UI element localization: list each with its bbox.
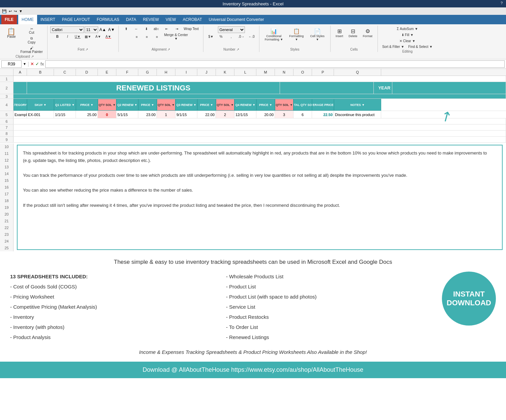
format-as-table-button[interactable]: 📋 Formatting ▼	[286, 26, 307, 43]
cell-4m-price4[interactable]: PRICE ▼	[256, 99, 275, 111]
currency-button[interactable]: $▼	[206, 34, 216, 39]
col-header-d[interactable]: D	[76, 69, 98, 76]
cell-5p[interactable]: 22.50	[312, 111, 334, 118]
bold-button[interactable]: B	[53, 34, 62, 39]
cancel-formula-icon[interactable]: ✕	[30, 61, 34, 66]
col-header-j[interactable]: J	[197, 69, 216, 76]
cell-4p-avgprice[interactable]: AVERAGE PRICE ▼	[312, 99, 334, 111]
paste-button[interactable]: 📋 Paste	[5, 26, 18, 40]
cell-4a-category[interactable]: CATEGORY ▼	[13, 99, 27, 111]
formulas-menu[interactable]: FORMULAS	[93, 15, 123, 24]
data-menu[interactable]: DATA	[122, 15, 139, 24]
col-header-q[interactable]: Q	[334, 69, 381, 76]
format-cells-button[interactable]: ⚙ Format	[360, 26, 375, 39]
col-header-c[interactable]: C	[54, 69, 76, 76]
align-middle-button[interactable]: ↔	[132, 26, 141, 31]
increase-font-icon[interactable]: A▲	[99, 27, 107, 33]
decrease-decimal-button[interactable]: ←.0	[247, 34, 256, 39]
cell-5i[interactable]: 9/1/15	[175, 111, 197, 118]
col-header-o[interactable]: O	[293, 69, 312, 76]
cell-5e[interactable]: 0	[98, 111, 116, 118]
insert-function-icon[interactable]: fx	[40, 61, 44, 66]
undo-icon[interactable]: ↩	[9, 9, 12, 13]
underline-button[interactable]: U▼	[73, 34, 82, 39]
cell-5k[interactable]: 2	[216, 111, 234, 118]
align-center-button[interactable]: ≡	[142, 34, 152, 39]
align-top-button[interactable]: ⬆	[121, 26, 131, 31]
delete-cells-button[interactable]: ⊟ Delete	[346, 26, 360, 39]
cell-4l-q4renew[interactable]: Q4 RENEW ▼	[234, 99, 256, 111]
acrobat-menu[interactable]: ACROBAT	[179, 15, 205, 24]
increase-decimal-button[interactable]: .0→	[236, 34, 246, 39]
cell-styles-button[interactable]: 📄 Cell Styles ▼	[307, 26, 328, 43]
cell-4n-qtysol4[interactable]: QTY SOL ▼	[275, 99, 293, 111]
cell-5f[interactable]: 5/1/15	[116, 111, 138, 118]
percent-button[interactable]: %	[216, 34, 226, 39]
home-menu[interactable]: HOME	[18, 15, 37, 24]
font-family-select[interactable]: Calibri	[50, 26, 84, 33]
cell-5m[interactable]: 20.00	[256, 111, 275, 118]
cell-5g[interactable]: 23.00	[138, 111, 157, 118]
cell-5n[interactable]: 3	[275, 111, 293, 118]
italic-button[interactable]: I	[63, 34, 72, 39]
insert-menu[interactable]: INSERT	[37, 15, 59, 24]
cell-5q[interactable]: Discontinue this product	[334, 111, 381, 118]
font-color-button[interactable]: A▼	[104, 34, 113, 39]
decrease-font-icon[interactable]: A▼	[108, 27, 116, 33]
comma-button[interactable]: ,	[226, 34, 236, 39]
col-header-a[interactable]: A	[13, 69, 27, 76]
cell-5h[interactable]: 1	[157, 111, 175, 118]
font-size-select[interactable]: 11	[85, 26, 98, 33]
cell-5o[interactable]: 6	[293, 111, 312, 118]
border-button[interactable]: ▦▼	[83, 34, 93, 39]
align-left-button[interactable]: ≡	[132, 34, 142, 39]
format-painter-button[interactable]: 🖌 Format Painter	[19, 46, 45, 54]
align-bottom-button[interactable]: ⬇	[142, 26, 151, 31]
col-header-e[interactable]: E	[98, 69, 116, 76]
cell-4c-q1listed[interactable]: Q1 LISTED ▼	[54, 99, 76, 111]
expand-icon[interactable]: ▼	[23, 62, 26, 66]
col-header-g[interactable]: G	[138, 69, 157, 76]
col-header-f[interactable]: F	[116, 69, 138, 76]
cell-4d-price[interactable]: PRICE ▼	[76, 99, 98, 111]
cell-5c[interactable]: 1/1/15	[54, 111, 76, 118]
universal-converter-menu[interactable]: Universal Document Converter	[205, 15, 268, 24]
wrap-text-button[interactable]: Wrap Text	[182, 26, 201, 31]
formula-input[interactable]	[45, 60, 505, 68]
number-format-select[interactable]: General	[218, 26, 245, 33]
sort-filter-button[interactable]: Sort & Filter ▼	[381, 44, 406, 49]
page-layout-menu[interactable]: PAGE LAYOUT	[59, 15, 93, 24]
cell-5d[interactable]: 25.00	[76, 111, 98, 118]
cell-4b-sku[interactable]: SKU# ▼	[27, 99, 54, 111]
confirm-formula-icon[interactable]: ✓	[35, 61, 39, 66]
indent-increase-button[interactable]: ⇥	[172, 26, 181, 31]
cell-4f-q2renew[interactable]: Q2 RENEW ▼	[116, 99, 138, 111]
cell-4j-price3[interactable]: PRICE ▼	[197, 99, 216, 111]
col-header-k[interactable]: K	[216, 69, 234, 76]
save-icon[interactable]: 💾	[2, 9, 7, 13]
find-select-button[interactable]: Find & Select ▼	[406, 44, 434, 49]
year-value-cell[interactable]	[392, 82, 413, 94]
col-header-m[interactable]: M	[256, 69, 275, 76]
fill-color-button[interactable]: A▼	[93, 34, 103, 39]
cell-5a[interactable]: Example 1	[13, 111, 27, 118]
col-header-l[interactable]: L	[234, 69, 256, 76]
cell-5b[interactable]: EX-001	[27, 111, 54, 118]
copy-button[interactable]: ⧉ Copy	[19, 36, 45, 45]
cell-2a[interactable]	[13, 82, 27, 94]
col-header-b[interactable]: B	[27, 69, 54, 76]
download-badge[interactable]: INSTANT DOWNLOAD	[442, 272, 496, 326]
indent-decrease-button[interactable]: ⇤	[162, 26, 171, 31]
conditional-formatting-button[interactable]: 📊 Conditional Formatting ▼	[262, 26, 286, 43]
cell-reference-input[interactable]	[1, 60, 22, 68]
fill-button[interactable]: ⬇ Fill ▼	[400, 32, 415, 37]
redo-icon[interactable]: ↪	[14, 9, 17, 13]
customize-icon[interactable]: ▼	[19, 9, 23, 13]
cell-4o-totalqty[interactable]: TOTAL QTY SO ▼	[293, 99, 312, 111]
insert-cells-button[interactable]: ⊞ Insert	[333, 26, 346, 39]
col-header-p[interactable]: P	[312, 69, 334, 76]
review-menu[interactable]: REVIEW	[140, 15, 162, 24]
text-direction-button[interactable]: ab↕	[152, 26, 161, 31]
cell-4h-qtysol2[interactable]: QTY SOL ▼	[157, 99, 175, 111]
col-header-n[interactable]: N	[275, 69, 293, 76]
